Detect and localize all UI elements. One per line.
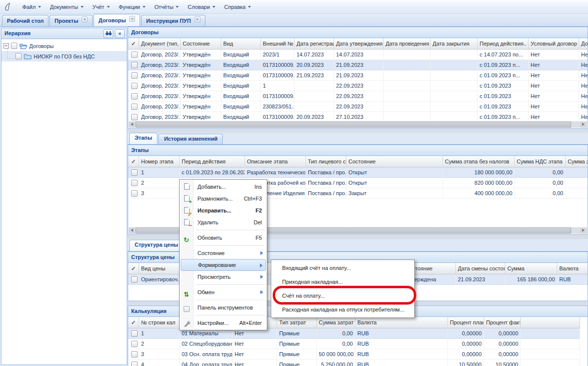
splitter[interactable] — [128, 129, 588, 133]
table-row[interactable]: 202 СпецоборудованиеНетПрямые0,00RUB0,00… — [128, 339, 580, 349]
column-header[interactable]: Процент план — [448, 317, 484, 328]
column-header[interactable]: Валюта — [557, 263, 588, 274]
row-checkbox[interactable] — [131, 52, 138, 58]
menu-документы[interactable]: Документы — [46, 2, 88, 12]
context-menu-item[interactable]: F2Исправить... — [181, 205, 266, 216]
column-header[interactable]: Сумма затрат — [317, 317, 355, 328]
row-checkbox[interactable] — [131, 104, 138, 110]
tab-рабочий-стол[interactable]: Рабочий стол — [2, 15, 49, 26]
column-header[interactable]: № строки кал — [139, 317, 180, 328]
row-checkbox[interactable] — [131, 62, 138, 68]
table-row[interactable]: Договор, 2023/...УтверждёнВходящий017310… — [128, 70, 588, 81]
menu-справка[interactable]: Справка — [220, 2, 255, 12]
column-header[interactable]: Документ (тип, № — [139, 38, 181, 50]
row-checkbox[interactable] — [131, 180, 138, 186]
submenu-item[interactable]: Приходная накладная... — [272, 275, 413, 289]
select-all-header[interactable]: ✓ — [128, 263, 139, 274]
find-button[interactable] — [103, 29, 113, 38]
row-checkbox[interactable] — [131, 114, 138, 120]
column-header[interactable]: Состояние — [181, 38, 221, 50]
close-icon[interactable]: × — [129, 16, 135, 22]
row-checkbox[interactable] — [131, 330, 138, 337]
menu-учёт[interactable]: Учёт — [88, 2, 114, 12]
column-header[interactable]: Сумма НДС этапа — [515, 156, 566, 167]
tree-node[interactable]: НИОКР по ГОЗ без НДС — [1, 51, 127, 61]
tab-проекты[interactable]: Проекты× — [49, 15, 93, 26]
close-icon[interactable]: × — [195, 16, 200, 22]
context-menu-item[interactable]: +Ctrl+F3Размножить... — [181, 193, 266, 205]
tree-node[interactable]: Договоры — [1, 41, 127, 51]
column-header[interactable]: Дата утверждения — [334, 38, 384, 50]
submenu-item[interactable]: Расходная накладная на отпуск потребител… — [272, 303, 413, 316]
column-header[interactable]: Период действия — [180, 156, 245, 167]
table-row[interactable]: 303 Осн. оплата трудаНетПрямые50 000 000… — [128, 349, 580, 360]
context-menu-item[interactable]: Формирование — [181, 259, 266, 271]
submenu-item[interactable]: Счёт на оплату... — [272, 289, 413, 303]
row-checkbox[interactable] — [131, 341, 138, 347]
tab-price-structure[interactable]: Структура цены — [129, 240, 184, 251]
column-header[interactable]: Дата регистрации. — [294, 38, 334, 50]
scroll-thumb[interactable] — [136, 121, 571, 128]
column-header[interactable]: Дата проведения — [384, 38, 431, 50]
row-checkbox[interactable] — [131, 276, 138, 283]
tree-expander-icon[interactable] — [3, 43, 9, 49]
column-header[interactable]: Валюта — [355, 317, 448, 328]
context-menu-item[interactable]: −DelУдалить — [181, 216, 266, 228]
table-row[interactable]: 404 Доп. оплата трудаНетПрямые5 250 000,… — [128, 360, 580, 366]
row-checkbox[interactable] — [131, 351, 138, 358]
column-header[interactable]: Номер этапа — [139, 156, 180, 167]
row-checkbox[interactable] — [131, 362, 138, 366]
column-header[interactable]: Тип лицевого счёт — [306, 156, 346, 167]
select-all-header[interactable]: ✓ — [128, 317, 139, 328]
table-row[interactable]: Договор, 2023/...УтверждёнВходящий017310… — [128, 112, 588, 122]
select-all-header[interactable]: ✓ — [128, 156, 139, 167]
table-row[interactable]: Договор, 2023/...УтверждёнВходящий122.09… — [128, 81, 588, 91]
tab-change-history[interactable]: История изменений — [158, 134, 223, 144]
context-menu-item[interactable]: Alt+EnterНастройки... — [181, 317, 266, 329]
context-menu-item[interactable]: InsДобавить... — [181, 181, 266, 193]
table-row[interactable]: Договор, 2023/...УтверждёнВходящий017310… — [128, 91, 588, 102]
column-header[interactable]: Вид — [221, 38, 261, 50]
context-menu-item[interactable]: ↻F5Обновить — [181, 232, 266, 244]
column-header[interactable]: До — [579, 38, 588, 50]
tab-stages[interactable]: Этапы — [129, 133, 157, 144]
column-header[interactable]: Условный договор — [529, 38, 579, 50]
context-menu-item[interactable]: Просмотреть — [181, 271, 266, 283]
context-menu-item[interactable]: ⇅Обмен — [181, 286, 266, 298]
column-header[interactable]: Дата закрытия — [431, 38, 478, 50]
context-menu-item[interactable]: Состояние — [181, 247, 266, 259]
menu-отчёты[interactable]: Отчёты — [150, 2, 183, 12]
row-checkbox[interactable] — [131, 190, 138, 197]
column-header[interactable] — [521, 317, 580, 328]
column-header[interactable]: Период действия.. — [478, 38, 529, 50]
column-header[interactable]: Сумма — [505, 263, 557, 274]
column-header[interactable]: Тип затрат — [277, 317, 317, 328]
contracts-hscrollbar[interactable] — [129, 121, 587, 128]
column-header[interactable]: Сумма этапа без налогов — [443, 156, 515, 167]
column-header[interactable]: Процент факт — [484, 317, 521, 328]
scroll-right-arrow[interactable] — [580, 227, 587, 234]
table-row[interactable]: 1с 01.09.2023 по 28.06.2024Разработка те… — [128, 167, 588, 178]
tab-договоры[interactable]: Договоры× — [94, 14, 140, 26]
menu-функции[interactable]: Функции — [114, 2, 150, 12]
close-icon[interactable]: × — [82, 16, 88, 22]
table-row[interactable]: Договор, 2023/...УтверждёнВходящий2023/1… — [128, 50, 588, 60]
table-row[interactable]: Договор, 2023/...УтверждёнВходящий230823… — [128, 102, 588, 112]
column-header[interactable]: Описание этапа — [245, 156, 306, 167]
menu-файл[interactable]: Файл — [18, 2, 46, 12]
menu-словари[interactable]: Словари — [183, 2, 220, 12]
column-header[interactable]: Внешний № — [261, 38, 294, 50]
scroll-left-arrow[interactable] — [129, 227, 136, 234]
row-checkbox[interactable] — [131, 93, 138, 100]
column-header[interactable]: Сумма эта — [566, 156, 588, 167]
submenu-item[interactable]: Входящий счёт на оплату... — [272, 261, 413, 275]
row-checkbox[interactable] — [131, 72, 138, 79]
select-all-header[interactable]: ✓ — [128, 38, 139, 50]
column-header[interactable]: Дата смены состоя — [456, 263, 505, 274]
row-checkbox[interactable] — [131, 83, 138, 89]
tab-инструкции-пуп[interactable]: Инструкции ПУП× — [141, 15, 205, 26]
context-menu-item[interactable]: Панель инструментов — [181, 302, 266, 314]
column-header[interactable]: Состояние — [346, 156, 443, 167]
collapse-panel-button[interactable]: « — [115, 29, 125, 38]
row-checkbox[interactable] — [131, 169, 138, 176]
